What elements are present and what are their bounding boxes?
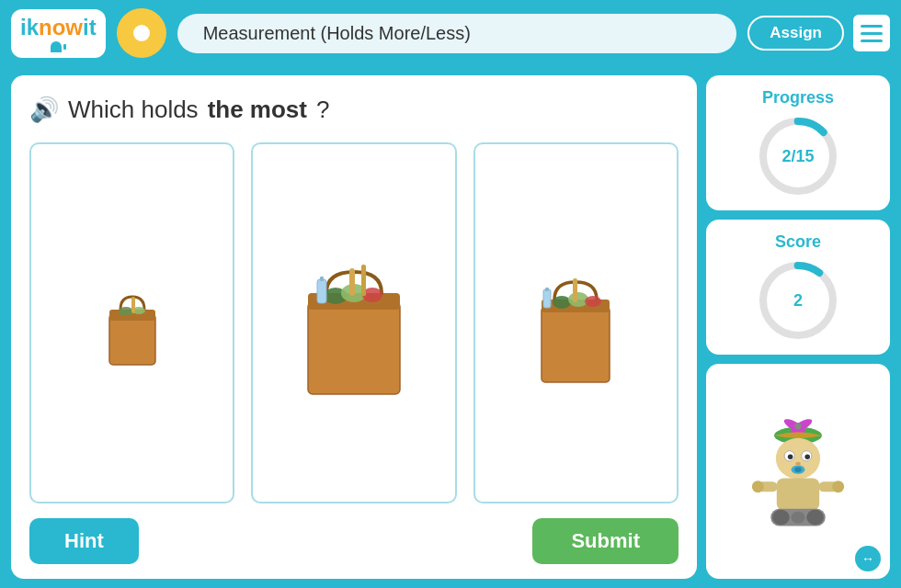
svg-point-18	[585, 296, 601, 307]
question-panel: 🔊 Which holds the most?	[11, 75, 697, 579]
svg-rect-39	[777, 478, 819, 510]
svg-point-30	[794, 423, 801, 429]
right-panel: Progress 2/15 Score 2	[706, 75, 890, 579]
svg-rect-12	[317, 279, 326, 303]
svg-rect-4	[131, 297, 135, 313]
sound-icon[interactable]: 🔊	[29, 96, 59, 124]
bag-small-wrapper	[40, 153, 223, 492]
bag-large-svg	[294, 243, 414, 403]
header: iknowit Measurement (Holds More/Less) As…	[0, 0, 901, 66]
svg-point-47	[792, 512, 805, 524]
hamburger-line-2	[861, 32, 883, 35]
svg-point-37	[794, 467, 801, 472]
svg-rect-13	[320, 277, 324, 281]
bag-large-wrapper	[262, 153, 445, 492]
svg-point-46	[806, 510, 824, 526]
choice-1[interactable]	[29, 142, 234, 503]
progress-circle: 2/15	[757, 115, 839, 198]
progress-label: Progress	[762, 88, 834, 107]
lesson-title: Measurement (Holds More/Less)	[177, 14, 737, 53]
header-actions: Assign	[747, 15, 890, 51]
svg-rect-14	[542, 307, 610, 382]
progress-section: Progress 2/15	[706, 75, 890, 210]
logo-now: now	[39, 15, 83, 40]
bottom-bar: Hint Submit	[29, 518, 679, 564]
menu-button[interactable]	[853, 15, 890, 51]
svg-rect-0	[109, 314, 155, 365]
logo-ik: ik	[20, 15, 39, 40]
score-circle: 2	[757, 259, 839, 342]
assign-button[interactable]: Assign	[747, 16, 844, 51]
svg-rect-11	[361, 265, 366, 296]
svg-rect-19	[573, 278, 577, 302]
choice-2[interactable]	[251, 142, 456, 503]
svg-point-35	[804, 454, 810, 459]
svg-point-38	[795, 462, 801, 466]
svg-rect-10	[349, 268, 355, 296]
hamburger-line-3	[861, 40, 883, 42]
score-section: Score 2	[706, 220, 890, 355]
main-area: 🔊 Which holds the most?	[0, 66, 901, 588]
question-prefix: Which holds	[68, 96, 199, 124]
hamburger-line-1	[861, 25, 883, 28]
logo-it: it	[83, 15, 97, 40]
svg-point-2	[119, 307, 133, 316]
score-value: 2	[793, 291, 803, 311]
bag-small-svg	[91, 273, 174, 374]
bag-medium-svg	[525, 256, 626, 390]
mascot-box: ↔	[706, 364, 890, 579]
svg-point-45	[772, 510, 790, 526]
question-text: 🔊 Which holds the most?	[29, 96, 679, 124]
svg-point-16	[553, 296, 571, 309]
bag-medium-wrapper	[485, 153, 667, 492]
question-suffix: ?	[316, 96, 329, 124]
hint-button[interactable]: Hint	[29, 518, 139, 564]
svg-point-42	[752, 481, 764, 492]
svg-point-43	[832, 481, 844, 492]
choice-3[interactable]	[473, 142, 679, 503]
lesson-icon	[117, 8, 166, 58]
lesson-icon-center	[133, 25, 150, 41]
mascot-svg	[743, 412, 853, 531]
score-label: Score	[775, 232, 821, 252]
svg-rect-21	[545, 288, 549, 291]
svg-rect-20	[543, 289, 551, 308]
question-bold: the most	[208, 96, 307, 124]
nav-arrow[interactable]: ↔	[855, 546, 881, 571]
submit-button[interactable]: Submit	[532, 518, 679, 564]
choices-row	[29, 142, 679, 503]
svg-rect-5	[308, 302, 400, 394]
progress-value: 2/15	[781, 147, 814, 166]
logo: iknowit	[11, 9, 106, 58]
svg-point-34	[788, 454, 793, 459]
